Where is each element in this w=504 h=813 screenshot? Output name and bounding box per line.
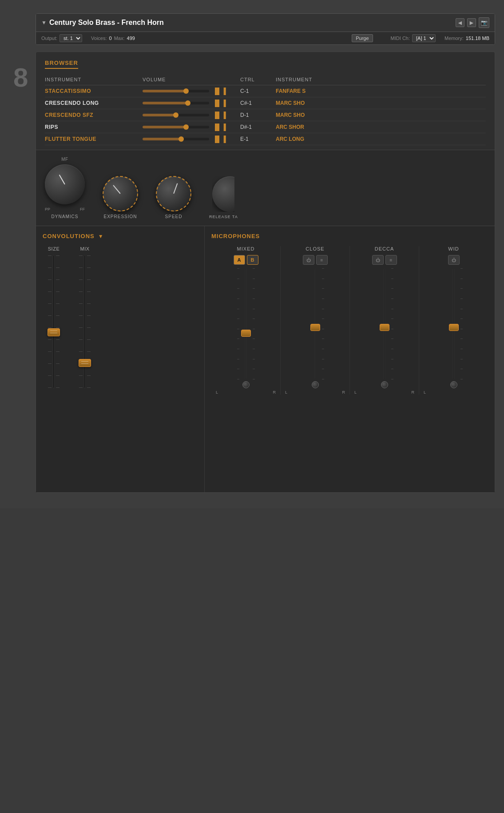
convolutions-chevron[interactable]: ▼	[98, 233, 104, 239]
volume-slider[interactable]	[143, 126, 209, 128]
browser-tab[interactable]: BROWSER	[45, 60, 78, 69]
col-instrument: INSTRUMENT	[45, 77, 143, 82]
microphones-title: MICROPHONES	[211, 233, 260, 239]
size-slider[interactable]	[47, 255, 60, 388]
size-label: SIZE	[48, 246, 60, 251]
table-row[interactable]: CRESCENDO SFZ ▐▌▐ D-1 MARC SHO	[45, 109, 486, 121]
track-number: 8	[13, 62, 28, 93]
size-slider-col: SIZE	[47, 246, 60, 388]
speed-knob[interactable]	[156, 176, 191, 211]
instrument-name: CRESCENDO SFZ	[45, 112, 143, 118]
mix-slider[interactable]	[78, 255, 91, 388]
table-row[interactable]: FLUTTER TONGUE ▐▌▐ E-1 ARC LONG	[45, 133, 486, 145]
mic-decca-column: DECCA ⏻ ≡	[350, 246, 419, 395]
table-row[interactable]: STACCATISSIMO ▐▌▐ C-1 FANFARE S	[45, 85, 486, 97]
mixed-fader[interactable]	[241, 268, 251, 379]
convolutions-panel: CONVOLUTIONS ▼ SIZE	[36, 226, 205, 492]
mic-close-column: CLOSE ⏻ ≡	[281, 246, 350, 395]
eq-icon[interactable]: ▐▌▐	[213, 124, 226, 131]
decca-fader-thumb[interactable]	[380, 324, 389, 331]
size-thumb[interactable]	[48, 328, 60, 336]
instrument-name: CRESCENDO LONG	[45, 100, 143, 106]
close-list-button[interactable]: ≡	[316, 255, 328, 265]
right-label: R	[342, 390, 345, 395]
instrument-name: STACCATISSIMO	[45, 88, 143, 94]
decca-list-button[interactable]: ≡	[385, 255, 397, 265]
dynamics-pp-label: PP	[45, 207, 50, 211]
ctrl-value: C-1	[240, 88, 276, 94]
volume-cell: ▐▌▐	[143, 112, 240, 119]
dynamics-knob[interactable]	[45, 164, 85, 204]
volume-slider[interactable]	[143, 114, 209, 116]
volume-slider[interactable]	[143, 90, 209, 92]
eq-icon[interactable]: ▐▌▐	[213, 100, 226, 107]
mix-thumb[interactable]	[79, 359, 91, 367]
volume-cell: ▐▌▐	[143, 124, 240, 131]
eq-icon[interactable]: ▐▌▐	[213, 136, 226, 143]
col-volume: VOLUME	[143, 77, 240, 82]
ctrl-value: E-1	[240, 136, 276, 142]
close-power-button[interactable]: ⏻	[303, 255, 314, 265]
mic-close-title: CLOSE	[285, 246, 345, 251]
mic-mixed-column: MIXED A B	[211, 246, 281, 395]
browser-section: BROWSER INSTRUMENT VOLUME CTRL INSTRUMEN…	[36, 52, 495, 145]
ctrl-value: D#-1	[240, 124, 276, 130]
instrument-name: FLUTTER TONGUE	[45, 136, 143, 142]
wide-fader[interactable]	[448, 268, 459, 379]
wide-pan-knob[interactable]	[450, 381, 457, 388]
purge-button[interactable]: Purge	[352, 34, 373, 42]
next-instrument-button[interactable]: ►	[467, 18, 476, 27]
eq-icon[interactable]: ▐▌▐	[213, 112, 226, 119]
close-fader-thumb[interactable]	[310, 324, 320, 331]
volume-slider[interactable]	[143, 138, 209, 140]
left-label: L	[424, 390, 426, 395]
prev-instrument-button[interactable]: ◄	[456, 18, 464, 27]
wide-fader-thumb[interactable]	[449, 324, 459, 331]
volume-cell: ▐▌▐	[143, 136, 240, 143]
dynamics-knob-container: MF PP FF DYNAMICS	[45, 157, 85, 219]
max-label: Max:	[114, 36, 125, 41]
instrument-name: RIPS	[45, 124, 143, 130]
left-label: L	[285, 390, 287, 395]
volume-cell: ▐▌▐	[143, 100, 240, 107]
close-fader[interactable]	[310, 268, 321, 379]
dynamics-label: DYNAMICS	[52, 214, 79, 219]
output-select[interactable]: st. 1	[60, 34, 82, 42]
memory-label: Memory:	[444, 36, 464, 41]
decca-pan-knob[interactable]	[381, 381, 388, 388]
controls-section: MF PP FF DYNAMICS	[36, 150, 495, 226]
mixed-fader-thumb[interactable]	[241, 330, 251, 337]
wide-power-button[interactable]: ⏻	[448, 255, 460, 265]
memory-value: 151.18 MB	[466, 36, 489, 41]
dropdown-arrow[interactable]: ▼	[41, 20, 47, 26]
expression-label: EXPRESSION	[103, 214, 137, 219]
close-pan-knob[interactable]	[312, 381, 319, 388]
screenshot-button[interactable]: 📷	[479, 17, 489, 28]
table-row[interactable]: CRESCENDO LONG ▐▌▐ C#-1 MARC SHO	[45, 97, 486, 109]
midi-select[interactable]: [A] 1	[412, 34, 436, 42]
kontakt-header: ▼ Century Solo Brass - French Horn ◄ ► 📷…	[36, 13, 495, 45]
voices-value: 0	[109, 36, 112, 41]
mic-wide-column: WID ⏻	[419, 246, 488, 395]
mic-b-button[interactable]: B	[247, 255, 258, 265]
decca-power-button[interactable]: ⏻	[372, 255, 384, 265]
release-knob[interactable]	[212, 176, 234, 212]
left-label: L	[354, 390, 357, 395]
instrument-title: Century Solo Brass - French Horn	[49, 19, 456, 27]
mic-wide-title: WID	[424, 246, 484, 251]
eq-icon[interactable]: ▐▌▐	[213, 88, 226, 95]
volume-slider[interactable]	[143, 102, 209, 104]
table-row[interactable]: RIPS ▐▌▐ D#-1 ARC SHOR	[45, 121, 486, 133]
speed-knob-container: SPEED	[156, 176, 191, 219]
mic-a-button[interactable]: A	[234, 255, 245, 265]
decca-fader[interactable]	[379, 268, 390, 379]
mixed-pan-knob[interactable]	[242, 381, 250, 388]
midi-label: MIDI Ch:	[391, 36, 410, 41]
col-instrument2: INSTRUMENT	[276, 77, 365, 82]
ctrl-value: D-1	[240, 112, 276, 118]
release-knob-container: RELEASE TA	[209, 176, 238, 219]
table-header: INSTRUMENT VOLUME CTRL INSTRUMENT	[45, 74, 486, 85]
expression-knob[interactable]	[103, 176, 138, 211]
release-label: RELEASE TA	[209, 215, 238, 219]
right-label: R	[412, 390, 415, 395]
